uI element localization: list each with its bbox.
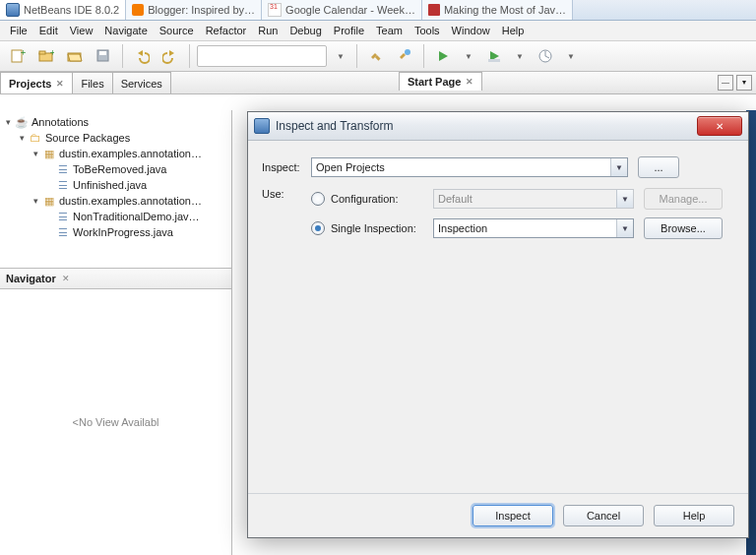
tree-srcpkg[interactable]: Source Packages <box>45 132 130 144</box>
menu-refactor[interactable]: Refactor <box>206 25 247 36</box>
os-tab-2[interactable]: Blogger: Inspired by… <box>126 0 262 20</box>
close-icon[interactable]: ✕ <box>56 79 64 89</box>
navigator-title: Navigator <box>6 273 56 284</box>
dialog-title-bar[interactable]: Inspect and Transform ✕ <box>248 112 748 141</box>
menu-file[interactable]: File <box>10 25 28 36</box>
menu-help[interactable]: Help <box>502 25 525 36</box>
menu-tools[interactable]: Tools <box>414 25 440 36</box>
menu-debug[interactable]: Debug <box>289 25 321 36</box>
build-button[interactable] <box>364 44 388 68</box>
browse-button[interactable]: Browse... <box>644 217 723 239</box>
expand-icon[interactable]: ▾ <box>30 196 41 206</box>
close-icon[interactable]: ✕ <box>466 77 473 87</box>
tree-f1[interactable]: ToBeRemoved.java <box>73 163 166 175</box>
svg-text:＋: ＋ <box>19 48 26 57</box>
java-file-icon: ☰ <box>55 178 71 192</box>
minimize-group-icon[interactable]: — <box>718 75 733 91</box>
new-project-button[interactable]: ＋ <box>34 44 58 68</box>
menu-window[interactable]: Window <box>452 25 490 36</box>
configuration-value: Default <box>438 193 472 205</box>
menu-profile[interactable]: Profile <box>334 25 364 36</box>
open-project-button[interactable] <box>63 44 87 68</box>
config-combo[interactable] <box>197 45 327 67</box>
tab-services[interactable]: Services <box>112 72 171 93</box>
debug-drop-icon[interactable]: ▼ <box>511 45 529 67</box>
run-drop-icon[interactable]: ▼ <box>460 45 477 67</box>
os-tab-4[interactable]: Making the Most of Jav… <box>422 0 573 20</box>
clean-build-button[interactable] <box>393 44 416 68</box>
package-icon: ▦ <box>41 194 57 208</box>
svg-point-12 <box>405 49 410 55</box>
tree-f2[interactable]: Unfinished.java <box>73 179 147 191</box>
dialog-footer: Inspect Cancel Help <box>248 493 748 537</box>
menu-navigate[interactable]: Navigate <box>104 25 147 36</box>
tree-pkg2[interactable]: dustin.examples.annotation… <box>59 195 202 207</box>
navigator-header[interactable]: Navigator✕ <box>0 268 231 289</box>
netbeans-icon <box>6 3 20 17</box>
dialog-body: Inspect: Open Projects ▼ ... Use: Config… <box>248 141 748 493</box>
menu-edit[interactable]: Edit <box>39 25 58 36</box>
os-tab-2-label: Blogger: Inspired by… <box>148 4 255 16</box>
inspect-label: Inspect: <box>262 161 311 173</box>
undo-button[interactable] <box>130 44 154 68</box>
manage-button: Manage... <box>644 188 723 210</box>
toolbar-sep-3 <box>356 44 357 68</box>
netbeans-icon <box>254 118 270 134</box>
single-inspection-combo[interactable]: Inspection ▼ <box>433 218 634 238</box>
os-tab-3[interactable]: Google Calendar - Week… <box>262 0 422 20</box>
profile-drop-icon[interactable]: ▼ <box>562 45 580 67</box>
dialog-title: Inspect and Transform <box>276 119 393 133</box>
expand-icon[interactable]: ▾ <box>2 117 14 127</box>
help-button[interactable]: Help <box>654 505 734 526</box>
tree-f4[interactable]: WorkInProgress.java <box>73 226 173 238</box>
single-inspection-value: Inspection <box>438 222 487 234</box>
new-file-button[interactable]: ＋ <box>6 44 30 68</box>
tree-root[interactable]: Annotations <box>32 116 89 128</box>
tab-start-page[interactable]: Start Page✕ <box>399 72 482 91</box>
tab-projects[interactable]: Projects✕ <box>0 72 73 93</box>
tree-pkg1[interactable]: dustin.examples.annotation… <box>59 148 202 159</box>
menu-source[interactable]: Source <box>159 25 194 36</box>
redo-button[interactable] <box>158 44 182 68</box>
menu-bar: File Edit View Navigate Source Refactor … <box>0 21 756 41</box>
dropdown-group-icon[interactable]: ▾ <box>736 75 752 91</box>
tree-f3[interactable]: NonTraditionalDemo.jav… <box>73 211 200 222</box>
close-icon[interactable]: ✕ <box>62 274 70 283</box>
configuration-label[interactable]: Configuration: <box>331 193 433 205</box>
config-combo-arrow-icon[interactable]: ▼ <box>332 45 349 67</box>
expand-icon[interactable]: ▾ <box>16 133 28 143</box>
scope-chooser-button[interactable]: ... <box>638 156 679 178</box>
left-panel: ▾☕Annotations ▾🗀Source Packages ▾▦dustin… <box>0 110 232 555</box>
source-packages-icon: 🗀 <box>28 131 43 145</box>
toolbar-sep-2 <box>189 44 190 68</box>
project-tree[interactable]: ▾☕Annotations ▾🗀Source Packages ▾▦dustin… <box>0 110 231 268</box>
single-inspection-label[interactable]: Single Inspection: <box>331 222 433 234</box>
menu-view[interactable]: View <box>70 25 94 36</box>
menu-team[interactable]: Team <box>376 25 403 36</box>
tab-files[interactable]: Files <box>72 72 112 93</box>
single-inspection-radio[interactable] <box>311 221 325 235</box>
save-all-button[interactable] <box>92 44 115 68</box>
java-icon <box>428 4 440 16</box>
toolbar-sep-4 <box>423 44 424 68</box>
debug-button[interactable] <box>482 44 506 68</box>
run-button[interactable] <box>431 44 455 68</box>
project-icon: ☕ <box>14 115 30 129</box>
cancel-button[interactable]: Cancel <box>563 505 644 526</box>
os-tab-1[interactable]: NetBeans IDE 8.0.2 <box>0 0 126 20</box>
navigator-body: <No View Availabl <box>0 289 231 555</box>
profile-button[interactable] <box>534 44 557 68</box>
expand-icon[interactable]: ▾ <box>30 149 41 158</box>
inspect-button[interactable]: Inspect <box>472 505 553 526</box>
os-tab-3-label: Google Calendar - Week… <box>285 4 415 16</box>
os-tab-1-label: NetBeans IDE 8.0.2 <box>24 4 119 16</box>
configuration-radio[interactable] <box>311 192 325 206</box>
os-tab-4-label: Making the Most of Jav… <box>444 4 566 16</box>
tab-start-page-label: Start Page <box>408 76 461 88</box>
close-button[interactable]: ✕ <box>697 116 742 136</box>
blogger-icon <box>132 4 144 16</box>
svg-marker-13 <box>439 51 448 61</box>
menu-run[interactable]: Run <box>258 25 278 36</box>
inspect-scope-combo[interactable]: Open Projects ▼ <box>311 157 628 177</box>
os-tab-strip: NetBeans IDE 8.0.2 Blogger: Inspired by…… <box>0 0 756 21</box>
